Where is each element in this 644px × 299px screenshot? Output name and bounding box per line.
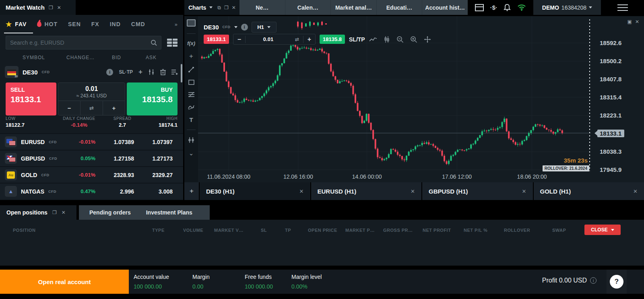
account-selector[interactable]: DEMO 16384208	[533, 0, 601, 15]
col-ask[interactable]: ASK	[146, 55, 157, 60]
col-volume[interactable]: VOLUME	[183, 228, 203, 233]
tab-ind[interactable]: IND	[110, 21, 121, 27]
wave-tool-icon[interactable]	[188, 104, 194, 110]
bell-icon[interactable]	[504, 4, 511, 11]
col-sl[interactable]: SL	[261, 228, 267, 233]
chart-tab-gbpusd[interactable]: GBPUSD (H1)✕	[422, 182, 534, 200]
zoom-in-icon[interactable]	[410, 36, 417, 43]
add-icon[interactable]: +	[189, 53, 193, 60]
col-position[interactable]: POSITION	[13, 228, 36, 233]
tab-fav[interactable]: ★FAV	[6, 20, 27, 29]
popout-icon[interactable]: ❐	[49, 5, 53, 10]
layout-icon[interactable]	[475, 4, 484, 11]
trendline-tool-icon[interactable]	[188, 66, 194, 73]
open-real-account-button[interactable]: Open real account	[0, 270, 129, 294]
volume-decrease-button[interactable]: −	[58, 101, 80, 115]
col-rollover[interactable]: ROLLOVER	[504, 228, 530, 233]
chart-tab-gold[interactable]: GOLD (H1)✕	[534, 182, 644, 200]
chart-tab-eurusd[interactable]: EURUSD (H1)✕	[311, 182, 423, 200]
quote-row-gbpusd[interactable]: GBPUSD CFD 0.05% 1.27158 1.27173	[0, 150, 183, 166]
buy-button[interactable]: BUY 18135.8	[127, 82, 178, 115]
bid-value[interactable]: 1.27158	[114, 155, 134, 162]
volume-increase-button[interactable]: +	[303, 36, 315, 43]
bid-value[interactable]: 2328.93	[114, 172, 134, 178]
volume-toggle-icon[interactable]: ⇄	[291, 37, 303, 42]
chart-tab-de30[interactable]: DE30 (H1)✕	[200, 182, 311, 200]
quotes-sound-icon[interactable]: ·$·	[490, 4, 497, 11]
scrollbar[interactable]	[181, 64, 182, 82]
fibonacci-tool-icon[interactable]	[188, 92, 195, 97]
sltp-button[interactable]: SL·TP	[119, 69, 133, 75]
info-icon[interactable]: i	[590, 277, 597, 284]
popout-icon[interactable]: ⧉	[217, 5, 221, 10]
help-button[interactable]: ?	[610, 275, 623, 289]
close-icon[interactable]: ✕	[62, 210, 66, 215]
playlist-add-icon[interactable]	[171, 69, 178, 75]
view-grid-icon[interactable]	[167, 39, 178, 47]
quote-row-gold[interactable]: Au GOLD CFD -0.01% 2328.93 2329.27	[0, 166, 183, 183]
quote-row-eurusd[interactable]: EURUSD CFD -0.01% 1.07389 1.07397	[0, 133, 183, 150]
time-axis[interactable]: 11.06.2024 08:0012.06 16:0014.06 00:0017…	[198, 171, 591, 182]
info-icon[interactable]: i	[241, 24, 248, 31]
ask-value[interactable]: 2329.27	[152, 172, 173, 178]
ask-value[interactable]: 1.27173	[152, 155, 173, 162]
chevron-down-icon[interactable]: ⌄	[189, 150, 194, 156]
sell-button[interactable]: SELL 18133.1	[6, 82, 56, 115]
text-tool-icon[interactable]: T	[189, 117, 193, 123]
col-gross-profit[interactable]: GROSS PR…	[383, 228, 413, 233]
chart-symbol[interactable]: DE30	[204, 24, 219, 31]
selected-symbol-row[interactable]: 30 DE30 CFD i SL·TP +	[0, 64, 183, 80]
chart-type-icon[interactable]	[187, 19, 196, 27]
chart-buy-badge[interactable]: 18135.8	[320, 35, 345, 44]
ask-value[interactable]: 1.07397	[152, 139, 173, 145]
close-icon[interactable]: ✕	[522, 188, 526, 194]
chevron-down-icon[interactable]	[209, 6, 213, 8]
add-chart-tab-button[interactable]: +	[184, 182, 200, 200]
col-type[interactable]: TYPE	[152, 228, 165, 233]
chart-volume-value[interactable]: 0.01	[246, 36, 291, 42]
col-bid[interactable]: BID	[112, 55, 121, 60]
main-menu-button[interactable]	[601, 0, 644, 15]
wifi-icon[interactable]	[517, 4, 526, 11]
maximize-icon[interactable]: ❐	[224, 5, 229, 10]
quote-row-natgas[interactable]: ▲ NATGAS CFD 0.47% 2.996 3.008	[0, 183, 183, 199]
close-icon[interactable]: ✕	[299, 188, 304, 194]
col-net-profit[interactable]: NET PROFIT	[423, 228, 451, 233]
volume-increase-button[interactable]: +	[103, 101, 125, 115]
col-market-value[interactable]: MARKET V…	[214, 228, 244, 233]
volume-decrease-button[interactable]: −	[233, 36, 246, 43]
tab-pending-orders[interactable]: Pending orders	[89, 209, 131, 216]
bid-value[interactable]: 1.07389	[114, 139, 134, 145]
more-tabs-icon[interactable]: »	[175, 21, 178, 27]
tab-investment-plans[interactable]: Investment Plans	[146, 209, 192, 216]
tab-fx[interactable]: FX	[91, 21, 99, 27]
col-open-price[interactable]: OPEN PRICE	[308, 228, 337, 233]
rectangle-tool-icon[interactable]	[188, 80, 194, 85]
tab-education[interactable]: Educati…	[377, 0, 423, 15]
zoom-out-icon[interactable]	[396, 36, 404, 43]
close-all-button[interactable]: CLOSE	[584, 225, 621, 235]
chart-sell-badge[interactable]: 18133.1	[204, 35, 229, 44]
tab-hot[interactable]: HOT	[37, 21, 58, 27]
col-net-pl-pct[interactable]: NET P/L %	[464, 228, 487, 233]
tab-calendar[interactable]: Calen…	[285, 0, 331, 15]
ask-value[interactable]: 3.008	[159, 188, 173, 195]
tab-account-history[interactable]: Account hist…	[422, 0, 468, 15]
col-tp[interactable]: TP	[285, 228, 291, 233]
minimize-icon[interactable]: ▣	[627, 19, 632, 25]
tab-open-positions[interactable]: Open positions ❐ ✕	[0, 205, 76, 220]
volume-toggle-icon[interactable]: ⇄	[80, 101, 102, 115]
volatility-icon[interactable]	[148, 69, 155, 75]
tab-cmd[interactable]: CMD	[131, 21, 145, 27]
search-icon[interactable]	[151, 39, 157, 46]
volume-profile-icon[interactable]	[188, 137, 194, 143]
tab-market-analysis[interactable]: Market anal…	[331, 0, 377, 15]
candles-icon[interactable]	[384, 36, 390, 43]
tab-sen[interactable]: SEN	[68, 21, 81, 27]
price-axis[interactable]: 18592.618500.218407.818315.418223.118133…	[591, 16, 644, 171]
trash-icon[interactable]	[160, 69, 166, 75]
maximize-icon[interactable]: ❐	[52, 210, 57, 215]
close-icon[interactable]: ✕	[635, 19, 639, 25]
add-order-icon[interactable]: +	[138, 68, 142, 76]
info-icon[interactable]: i	[106, 69, 113, 76]
